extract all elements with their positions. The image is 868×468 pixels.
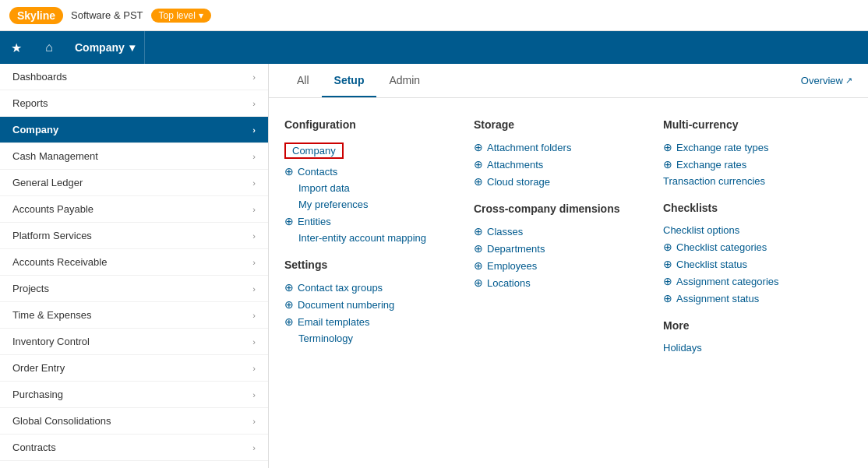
locations-label: Locations (487, 277, 531, 289)
departments-link[interactable]: ⊕ Departments (474, 240, 651, 257)
sidebar-item-dashboards[interactable]: Dashboards › (0, 64, 268, 90)
attachments-link[interactable]: ⊕ Attachments (474, 156, 651, 173)
plus-icon: ⊕ (284, 215, 294, 227)
assignment-categories-link[interactable]: ⊕ Assignment categories (663, 273, 840, 290)
contact-tax-groups-label: Contact tax groups (298, 282, 383, 294)
company-link[interactable]: Company (284, 143, 344, 159)
checklist-options-link[interactable]: Checklist options (663, 222, 840, 238)
chevron-right-icon: › (252, 417, 256, 426)
sidebar-item-company[interactable]: Company › (0, 117, 268, 143)
sidebar-item-accounts-receivable[interactable]: Accounts Receivable › (0, 249, 268, 276)
chevron-right-icon: › (252, 311, 256, 320)
assignment-status-link[interactable]: ⊕ Assignment status (663, 290, 840, 307)
chevron-right-icon: › (252, 125, 256, 135)
tab-all[interactable]: All (284, 65, 322, 97)
classes-link[interactable]: ⊕ Classes (474, 223, 651, 240)
terminology-link[interactable]: Terminology (284, 330, 461, 347)
my-preferences-link[interactable]: My preferences (284, 196, 461, 213)
transaction-currencies-link[interactable]: Transaction currencies (663, 173, 840, 189)
home-icon[interactable]: ⌂ (33, 31, 65, 64)
sidebar-item-reports[interactable]: Reports › (0, 90, 268, 117)
plus-icon: ⊕ (663, 275, 672, 287)
column-multi-currency: Multi-currency ⊕ Exchange rate types ⊕ E… (663, 114, 852, 356)
tab-setup[interactable]: Setup (322, 65, 377, 97)
plus-icon: ⊕ (474, 225, 483, 238)
sidebar-item-inventory-control[interactable]: Inventory Control › (0, 329, 268, 355)
exchange-rates-link[interactable]: ⊕ Exchange rates (663, 156, 840, 173)
skyline-logo: Skyline (9, 7, 63, 24)
checklist-categories-link[interactable]: ⊕ Checklist categories (663, 238, 840, 255)
sidebar-item-taxes[interactable]: Taxes › (0, 461, 268, 468)
sidebar-item-purchasing[interactable]: Purchasing › (0, 382, 268, 408)
sidebar-item-label: Projects (12, 283, 49, 294)
sidebar-item-order-entry[interactable]: Order Entry › (0, 355, 268, 382)
plus-icon: ⊕ (284, 165, 294, 178)
company-nav-label: Company (75, 41, 125, 54)
sidebar-item-platform-services[interactable]: Platform Services › (0, 223, 268, 249)
cloud-storage-link[interactable]: ⊕ Cloud storage (474, 173, 651, 190)
sidebar-item-accounts-payable[interactable]: Accounts Payable › (0, 196, 268, 223)
external-link-icon: ↗ (845, 76, 852, 86)
plus-icon: ⊕ (663, 241, 672, 253)
content-grid: Configuration Company ⊕ Contacts Import … (269, 98, 868, 371)
plus-icon: ⊕ (474, 158, 483, 171)
departments-label: Departments (487, 243, 545, 255)
chevron-down-icon: ▾ (199, 10, 203, 21)
sidebar-item-label: Order Entry (12, 362, 65, 374)
contacts-link[interactable]: ⊕ Contacts (284, 163, 461, 180)
attachment-folders-link[interactable]: ⊕ Attachment folders (474, 139, 651, 156)
import-data-link[interactable]: Import data (284, 180, 461, 196)
overview-link[interactable]: Overview ↗ (801, 75, 852, 86)
entities-label: Entities (298, 216, 331, 227)
favorites-icon[interactable]: ★ (0, 31, 33, 64)
company-nav-button[interactable]: Company ▾ (65, 31, 145, 64)
chevron-right-icon: › (252, 178, 256, 188)
sidebar-item-label: General Ledger (12, 177, 83, 188)
plus-icon: ⊕ (284, 315, 294, 328)
holidays-link[interactable]: Holidays (663, 340, 840, 356)
chevron-right-icon: › (252, 337, 256, 347)
company-name: Software & PST (71, 9, 143, 21)
top-level-selector[interactable]: Top level ▾ (151, 9, 211, 23)
cloud-storage-label: Cloud storage (487, 176, 550, 188)
chevron-right-icon: › (252, 205, 256, 214)
contacts-label: Contacts (298, 166, 337, 178)
email-templates-link[interactable]: ⊕ Email templates (284, 313, 461, 330)
chevron-down-icon: ▾ (129, 41, 135, 54)
sidebar-item-label: Time & Expenses (12, 309, 91, 321)
overview-label: Overview (801, 75, 843, 86)
checklist-status-link[interactable]: ⊕ Checklist status (663, 255, 840, 273)
sidebar-item-global-consolidations[interactable]: Global Consolidations › (0, 408, 268, 435)
sidebar-item-label: Contracts (12, 442, 56, 453)
document-numbering-link[interactable]: ⊕ Document numbering (284, 296, 461, 313)
chevron-right-icon: › (252, 99, 256, 108)
plus-icon: ⊕ (474, 276, 483, 289)
plus-icon: ⊕ (663, 158, 672, 171)
sidebar-item-label: Company (12, 124, 58, 135)
checklist-status-label: Checklist status (676, 259, 747, 270)
column-storage: Storage ⊕ Attachment folders ⊕ Attachmen… (474, 114, 663, 356)
exchange-rate-types-link[interactable]: ⊕ Exchange rate types (663, 139, 840, 156)
sidebar-item-projects[interactable]: Projects › (0, 276, 268, 302)
entities-link[interactable]: ⊕ Entities (284, 213, 461, 230)
sidebar-item-general-ledger[interactable]: General Ledger › (0, 170, 268, 196)
employees-link[interactable]: ⊕ Employees (474, 257, 651, 274)
storage-title: Storage (474, 118, 651, 131)
settings-title: Settings (284, 259, 461, 271)
sidebar-item-contracts[interactable]: Contracts › (0, 435, 268, 461)
locations-link[interactable]: ⊕ Locations (474, 274, 651, 291)
contact-tax-groups-link[interactable]: ⊕ Contact tax groups (284, 279, 461, 296)
email-templates-label: Email templates (298, 316, 369, 328)
employees-label: Employees (487, 260, 537, 272)
sidebar-item-cash-management[interactable]: Cash Management › (0, 143, 268, 170)
chevron-right-icon: › (252, 443, 256, 452)
inter-entity-link[interactable]: Inter-entity account mapping (284, 230, 461, 246)
chevron-right-icon: › (252, 72, 256, 82)
sidebar-item-time-expenses[interactable]: Time & Expenses › (0, 302, 268, 329)
tab-admin[interactable]: Admin (376, 65, 432, 97)
exchange-rate-types-label: Exchange rate types (676, 142, 769, 153)
plus-icon: ⊕ (284, 298, 294, 311)
nav-bar: ★ ⌂ Company ▾ (0, 31, 868, 64)
sidebar-item-label: Inventory Control (12, 336, 90, 347)
plus-icon: ⊕ (474, 259, 483, 272)
